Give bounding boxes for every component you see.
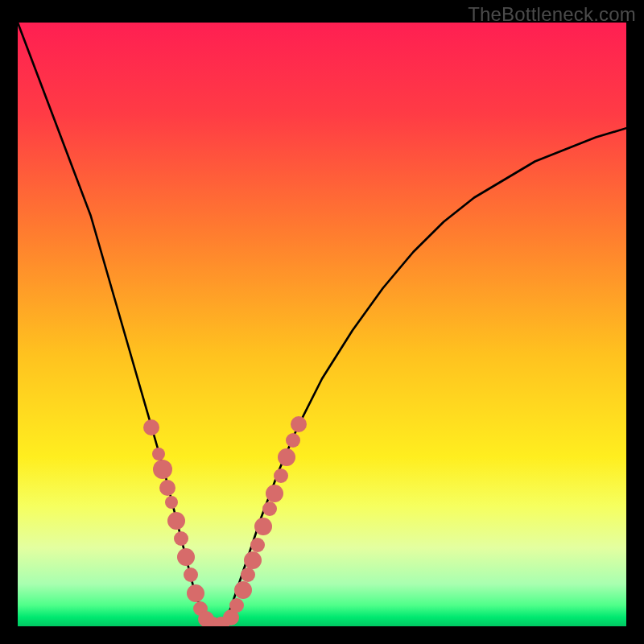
highlight-marker (167, 512, 185, 530)
curve-path (18, 23, 626, 626)
highlight-marker (159, 480, 175, 496)
highlight-marker (241, 568, 255, 582)
highlight-marker (286, 433, 300, 448)
highlight-marker (165, 496, 178, 509)
highlight-marker (174, 531, 188, 546)
highlight-marker (262, 502, 277, 516)
highlight-marker (266, 485, 283, 502)
highlight-marker (187, 584, 204, 602)
highlight-marker (254, 518, 272, 535)
highlight-marker (143, 419, 159, 436)
highlight-marker (153, 460, 172, 479)
highlight-marker (250, 538, 265, 552)
highlight-marker (229, 598, 244, 613)
highlight-marker (291, 416, 307, 432)
highlight-marker (234, 581, 252, 599)
highlight-marker (278, 448, 295, 466)
highlight-marker (274, 469, 288, 483)
highlight-marker (184, 568, 198, 582)
highlight-marker (244, 551, 262, 569)
watermark-text: TheBottleneck.com (468, 3, 636, 26)
chart-frame: TheBottleneck.com (0, 0, 644, 644)
highlight-marker (152, 448, 165, 460)
plot-area (18, 23, 626, 626)
highlight-marker (177, 548, 195, 566)
bottleneck-curve (18, 23, 626, 626)
